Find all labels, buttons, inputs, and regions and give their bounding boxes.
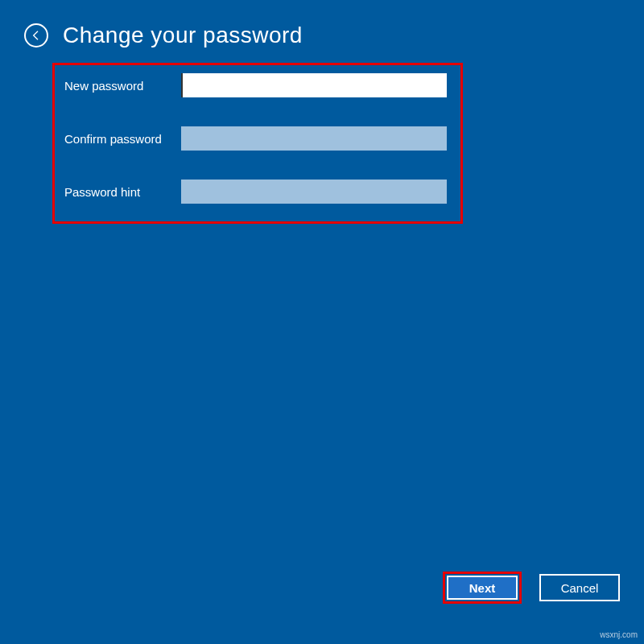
password-hint-input[interactable] xyxy=(181,180,447,204)
next-button[interactable]: Next xyxy=(447,576,518,600)
confirm-password-input[interactable] xyxy=(181,126,447,151)
button-bar: Next Cancel xyxy=(443,572,620,604)
new-password-row: New password xyxy=(55,73,460,97)
back-button[interactable] xyxy=(24,23,48,47)
watermark: wsxnj.com xyxy=(600,630,638,639)
next-button-highlight: Next xyxy=(443,572,522,604)
arrow-left-icon xyxy=(30,29,43,42)
confirm-password-row: Confirm password xyxy=(55,126,460,151)
confirm-password-label: Confirm password xyxy=(64,132,181,146)
password-hint-label: Password hint xyxy=(64,185,181,199)
new-password-input[interactable] xyxy=(181,73,447,97)
page-title: Change your password xyxy=(63,23,303,48)
new-password-label: New password xyxy=(64,79,181,93)
cancel-button[interactable]: Cancel xyxy=(539,574,620,601)
password-form: New password Confirm password Password h… xyxy=(52,63,463,224)
password-hint-row: Password hint xyxy=(55,180,460,204)
